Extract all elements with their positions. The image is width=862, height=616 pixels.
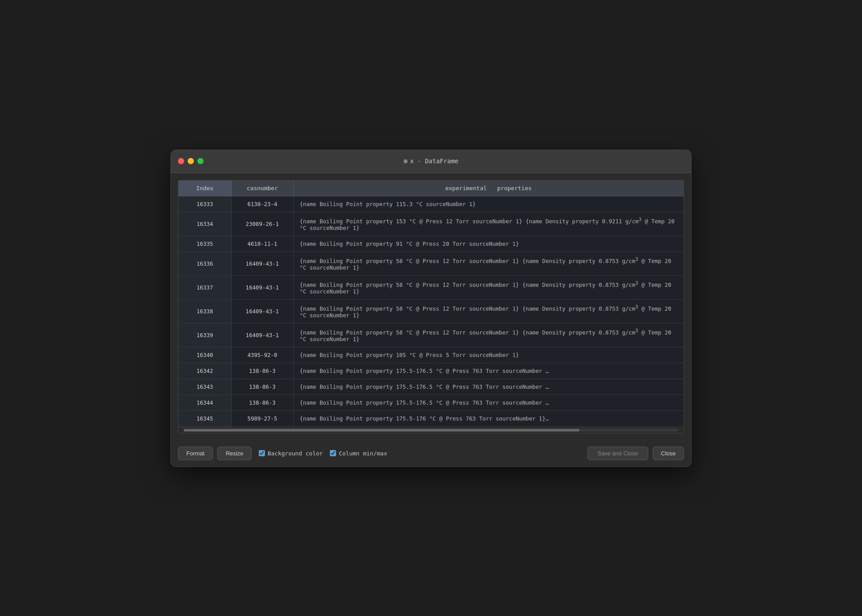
window-title: ⊞ x - DataFrame xyxy=(404,158,458,165)
dataframe-table-container: Index casnumber experimental properties … xyxy=(178,180,684,433)
table-row[interactable]: 16343138-86-3{name Boiling Point propert… xyxy=(178,379,684,395)
cell-casnumber: 4610-11-1 xyxy=(231,236,293,252)
cell-properties: {name Boiling Point property 91 °C @ Pre… xyxy=(293,236,684,252)
cell-casnumber: 138-86-3 xyxy=(231,379,293,395)
column-minmax-checkbox[interactable] xyxy=(330,450,336,456)
cell-index: 16343 xyxy=(178,379,231,395)
cell-properties: {name Boiling Point property 58 °C @ Pre… xyxy=(293,252,684,275)
cell-index: 16339 xyxy=(178,323,231,347)
column-minmax-checkbox-label[interactable]: Column min/max xyxy=(330,450,387,457)
cell-casnumber: 5989-27-5 xyxy=(231,411,293,427)
table-row[interactable]: 1633423089-26-1{name Boiling Point prope… xyxy=(178,212,684,236)
background-color-checkbox[interactable] xyxy=(259,450,265,456)
col-header-properties[interactable]: experimental properties xyxy=(293,180,684,196)
cell-casnumber: 16409-43-1 xyxy=(231,323,293,347)
cell-index: 16334 xyxy=(178,212,231,236)
table-row[interactable]: 163336138-23-4{name Boiling Point proper… xyxy=(178,196,684,212)
traffic-lights xyxy=(178,158,204,164)
table-row[interactable]: 1633616409-43-1{name Boiling Point prope… xyxy=(178,252,684,275)
cell-casnumber: 4395-92-0 xyxy=(231,347,293,363)
cell-properties: {name Boiling Point property 58 °C @ Pre… xyxy=(293,275,684,299)
h-scroll-track xyxy=(184,429,678,432)
close-button[interactable] xyxy=(178,158,184,164)
table-row[interactable]: 1633716409-43-1{name Boiling Point prope… xyxy=(178,275,684,299)
cell-casnumber: 16409-43-1 xyxy=(231,299,293,323)
cell-properties: {name Boiling Point property 58 °C @ Pre… xyxy=(293,299,684,323)
cell-properties: {name Boiling Point property 58 °C @ Pre… xyxy=(293,323,684,347)
cell-casnumber: 23089-26-1 xyxy=(231,212,293,236)
cell-properties: {name Boiling Point property 175.5-176.5… xyxy=(293,363,684,379)
dataframe-table: Index casnumber experimental properties … xyxy=(178,180,684,428)
table-row[interactable]: 1633916409-43-1{name Boiling Point prope… xyxy=(178,323,684,347)
close-main-button[interactable]: Close xyxy=(653,447,684,460)
cell-properties: {name Boiling Point property 115.3 °C so… xyxy=(293,196,684,212)
cell-casnumber: 138-86-3 xyxy=(231,363,293,379)
table-row[interactable]: 16344138-86-3{name Boiling Point propert… xyxy=(178,395,684,411)
cell-casnumber: 16409-43-1 xyxy=(231,275,293,299)
cell-index: 16342 xyxy=(178,363,231,379)
resize-button[interactable]: Resize xyxy=(217,447,252,460)
main-window: ⊞ x - DataFrame Index casnumber experime… xyxy=(170,150,692,467)
cell-casnumber: 6138-23-4 xyxy=(231,196,293,212)
title-bar: ⊞ x - DataFrame xyxy=(171,150,691,173)
save-close-button[interactable]: Save and Close xyxy=(587,447,648,460)
cell-index: 16338 xyxy=(178,299,231,323)
cell-casnumber: 16409-43-1 xyxy=(231,252,293,275)
table-row[interactable]: 163455989-27-5{name Boiling Point proper… xyxy=(178,411,684,427)
footer: Format Resize Background color Column mi… xyxy=(171,440,691,466)
cell-index: 16336 xyxy=(178,252,231,275)
content-area: Index casnumber experimental properties … xyxy=(171,173,691,440)
checkbox-group: Background color Column min/max xyxy=(259,450,387,457)
cell-index: 16333 xyxy=(178,196,231,212)
cell-properties: {name Boiling Point property 175.5-176.5… xyxy=(293,395,684,411)
table-row[interactable]: 163404395-92-0{name Boiling Point proper… xyxy=(178,347,684,363)
col-header-casnumber[interactable]: casnumber xyxy=(231,180,293,196)
table-row[interactable]: 1633816409-43-1{name Boiling Point prope… xyxy=(178,299,684,323)
cell-index: 16340 xyxy=(178,347,231,363)
col-header-index[interactable]: Index xyxy=(178,180,231,196)
cell-properties: {name Boiling Point property 175.5-176 °… xyxy=(293,411,684,427)
cell-index: 16344 xyxy=(178,395,231,411)
horizontal-scrollbar[interactable] xyxy=(178,428,684,433)
window-title-text: x - DataFrame xyxy=(410,158,458,165)
cell-index: 16335 xyxy=(178,236,231,252)
format-button[interactable]: Format xyxy=(178,447,213,460)
maximize-button[interactable] xyxy=(197,158,204,164)
column-minmax-label: Column min/max xyxy=(339,450,387,457)
cell-properties: {name Boiling Point property 105 °C @ Pr… xyxy=(293,347,684,363)
table-row[interactable]: 16342138-86-3{name Boiling Point propert… xyxy=(178,363,684,379)
background-color-label: Background color xyxy=(268,450,323,457)
table-row[interactable]: 163354610-11-1{name Boiling Point proper… xyxy=(178,236,684,252)
minimize-button[interactable] xyxy=(188,158,194,164)
cell-index: 16345 xyxy=(178,411,231,427)
cell-casnumber: 138-86-3 xyxy=(231,395,293,411)
h-scroll-thumb xyxy=(184,429,579,432)
cell-index: 16337 xyxy=(178,275,231,299)
cell-properties: {name Boiling Point property 175.5-176.5… xyxy=(293,379,684,395)
background-color-checkbox-label[interactable]: Background color xyxy=(259,450,323,457)
cell-properties: {name Boiling Point property 153 °C @ Pr… xyxy=(293,212,684,236)
table-scroll-area[interactable]: Index casnumber experimental properties … xyxy=(178,180,684,428)
window-icon: ⊞ xyxy=(404,158,407,165)
